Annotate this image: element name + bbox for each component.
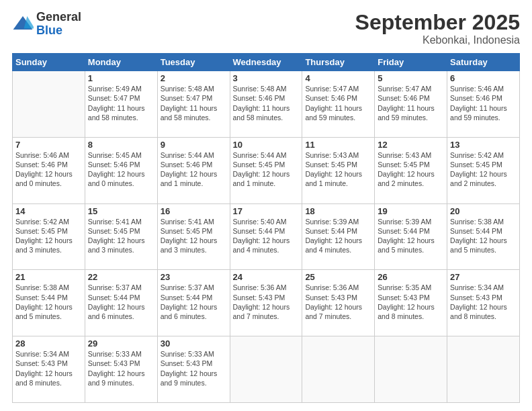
table-row: 12Sunrise: 5:43 AMSunset: 5:45 PMDayligh…: [375, 137, 447, 203]
day-info: Sunrise: 5:42 AMSunset: 5:45 PMDaylight:…: [15, 217, 82, 255]
table-row: 7Sunrise: 5:46 AMSunset: 5:46 PMDaylight…: [13, 137, 85, 203]
table-row: [375, 336, 447, 403]
day-info: Sunrise: 5:49 AMSunset: 5:47 PMDaylight:…: [88, 84, 154, 122]
table-row: 23Sunrise: 5:37 AMSunset: 5:44 PMDayligh…: [157, 270, 230, 336]
day-number: 18: [305, 206, 371, 216]
day-info: Sunrise: 5:47 AMSunset: 5:46 PMDaylight:…: [305, 84, 371, 122]
header-monday: Monday: [85, 54, 157, 71]
calendar-header-row: Sunday Monday Tuesday Wednesday Thursday…: [13, 54, 520, 71]
day-info: Sunrise: 5:39 AMSunset: 5:44 PMDaylight:…: [305, 217, 371, 255]
header-wednesday: Wednesday: [230, 54, 302, 71]
day-info: Sunrise: 5:41 AMSunset: 5:45 PMDaylight:…: [161, 217, 227, 255]
header-friday: Friday: [375, 54, 447, 71]
day-info: Sunrise: 5:44 AMSunset: 5:45 PMDaylight:…: [233, 150, 300, 189]
day-info: Sunrise: 5:44 AMSunset: 5:46 PMDaylight:…: [161, 150, 227, 189]
day-number: 19: [378, 206, 444, 216]
table-row: 20Sunrise: 5:38 AMSunset: 5:44 PMDayligh…: [447, 203, 520, 270]
table-row: [230, 336, 302, 403]
table-row: 1Sunrise: 5:49 AMSunset: 5:47 PMDaylight…: [85, 71, 157, 138]
day-info: Sunrise: 5:36 AMSunset: 5:43 PMDaylight:…: [305, 283, 371, 321]
calendar-title: September 2025: [355, 11, 520, 34]
logo: General Blue: [12, 11, 81, 38]
table-row: 18Sunrise: 5:39 AMSunset: 5:44 PMDayligh…: [302, 203, 375, 270]
day-number: 17: [233, 206, 300, 216]
table-row: 9Sunrise: 5:44 AMSunset: 5:46 PMDaylight…: [157, 137, 230, 203]
day-info: Sunrise: 5:46 AMSunset: 5:46 PMDaylight:…: [15, 150, 82, 189]
day-number: 20: [450, 206, 517, 216]
day-info: Sunrise: 5:37 AMSunset: 5:44 PMDaylight:…: [88, 283, 154, 321]
logo-general: General: [36, 11, 81, 24]
day-number: 10: [233, 140, 300, 150]
day-number: 1: [88, 73, 154, 83]
day-info: Sunrise: 5:47 AMSunset: 5:46 PMDaylight:…: [378, 84, 444, 122]
day-info: Sunrise: 5:34 AMSunset: 5:43 PMDaylight:…: [450, 283, 517, 321]
day-number: 21: [15, 272, 82, 282]
day-info: Sunrise: 5:42 AMSunset: 5:45 PMDaylight:…: [450, 150, 517, 189]
day-number: 3: [233, 73, 300, 83]
day-number: 12: [378, 140, 444, 150]
day-info: Sunrise: 5:48 AMSunset: 5:47 PMDaylight:…: [161, 84, 227, 122]
header-tuesday: Tuesday: [157, 54, 230, 71]
header: General Blue September 2025 Kebonkai, In…: [12, 11, 520, 46]
header-saturday: Saturday: [447, 54, 520, 71]
day-info: Sunrise: 5:45 AMSunset: 5:46 PMDaylight:…: [88, 150, 154, 189]
day-info: Sunrise: 5:33 AMSunset: 5:43 PMDaylight:…: [88, 349, 154, 387]
day-info: Sunrise: 5:38 AMSunset: 5:44 PMDaylight:…: [450, 217, 517, 255]
day-number: 8: [88, 140, 154, 150]
day-number: 26: [378, 272, 444, 282]
table-row: 13Sunrise: 5:42 AMSunset: 5:45 PMDayligh…: [447, 137, 520, 203]
table-row: 24Sunrise: 5:36 AMSunset: 5:43 PMDayligh…: [230, 270, 302, 336]
header-sunday: Sunday: [13, 54, 85, 71]
day-number: 9: [161, 140, 227, 150]
day-number: 11: [305, 140, 371, 150]
calendar-week-4: 21Sunrise: 5:38 AMSunset: 5:44 PMDayligh…: [13, 270, 520, 336]
table-row: 28Sunrise: 5:34 AMSunset: 5:43 PMDayligh…: [13, 336, 85, 403]
day-info: Sunrise: 5:39 AMSunset: 5:44 PMDaylight:…: [378, 217, 444, 255]
table-row: [302, 336, 375, 403]
day-number: 24: [233, 272, 300, 282]
day-number: 23: [161, 272, 227, 282]
table-row: 3Sunrise: 5:48 AMSunset: 5:46 PMDaylight…: [230, 71, 302, 138]
day-number: 28: [15, 338, 82, 349]
logo-text: General Blue: [36, 11, 81, 38]
calendar-week-1: 1Sunrise: 5:49 AMSunset: 5:47 PMDaylight…: [13, 71, 520, 138]
day-info: Sunrise: 5:33 AMSunset: 5:43 PMDaylight:…: [161, 349, 227, 387]
day-number: 30: [161, 338, 227, 349]
day-number: 5: [378, 73, 444, 83]
day-info: Sunrise: 5:43 AMSunset: 5:45 PMDaylight:…: [305, 150, 371, 189]
header-thursday: Thursday: [302, 54, 375, 71]
table-row: 16Sunrise: 5:41 AMSunset: 5:45 PMDayligh…: [157, 203, 230, 270]
table-row: 8Sunrise: 5:45 AMSunset: 5:46 PMDaylight…: [85, 137, 157, 203]
day-info: Sunrise: 5:38 AMSunset: 5:44 PMDaylight:…: [15, 283, 82, 321]
day-info: Sunrise: 5:41 AMSunset: 5:45 PMDaylight:…: [88, 217, 154, 255]
calendar-table: Sunday Monday Tuesday Wednesday Thursday…: [12, 53, 520, 403]
table-row: 27Sunrise: 5:34 AMSunset: 5:43 PMDayligh…: [447, 270, 520, 336]
table-row: 10Sunrise: 5:44 AMSunset: 5:45 PMDayligh…: [230, 137, 302, 203]
day-info: Sunrise: 5:37 AMSunset: 5:44 PMDaylight:…: [161, 283, 227, 321]
day-number: 2: [161, 73, 227, 83]
day-info: Sunrise: 5:35 AMSunset: 5:43 PMDaylight:…: [378, 283, 444, 321]
logo-blue: Blue: [36, 24, 81, 38]
table-row: 21Sunrise: 5:38 AMSunset: 5:44 PMDayligh…: [13, 270, 85, 336]
table-row: 19Sunrise: 5:39 AMSunset: 5:44 PMDayligh…: [375, 203, 447, 270]
day-info: Sunrise: 5:46 AMSunset: 5:46 PMDaylight:…: [450, 84, 517, 122]
table-row: 14Sunrise: 5:42 AMSunset: 5:45 PMDayligh…: [13, 203, 85, 270]
table-row: 6Sunrise: 5:46 AMSunset: 5:46 PMDaylight…: [447, 71, 520, 138]
table-row: 17Sunrise: 5:40 AMSunset: 5:44 PMDayligh…: [230, 203, 302, 270]
calendar-week-3: 14Sunrise: 5:42 AMSunset: 5:45 PMDayligh…: [13, 203, 520, 270]
calendar-week-2: 7Sunrise: 5:46 AMSunset: 5:46 PMDaylight…: [13, 137, 520, 203]
table-row: 2Sunrise: 5:48 AMSunset: 5:47 PMDaylight…: [157, 71, 230, 138]
day-number: 7: [15, 140, 82, 150]
day-number: 13: [450, 140, 517, 150]
title-block: September 2025 Kebonkai, Indonesia: [355, 11, 520, 46]
day-number: 14: [15, 206, 82, 216]
table-row: [13, 71, 85, 138]
logo-icon: [12, 13, 34, 35]
day-number: 4: [305, 73, 371, 83]
day-number: 6: [450, 73, 517, 83]
day-info: Sunrise: 5:43 AMSunset: 5:45 PMDaylight:…: [378, 150, 444, 189]
day-number: 25: [305, 272, 371, 282]
table-row: [447, 336, 520, 403]
table-row: 30Sunrise: 5:33 AMSunset: 5:43 PMDayligh…: [157, 336, 230, 403]
table-row: 26Sunrise: 5:35 AMSunset: 5:43 PMDayligh…: [375, 270, 447, 336]
